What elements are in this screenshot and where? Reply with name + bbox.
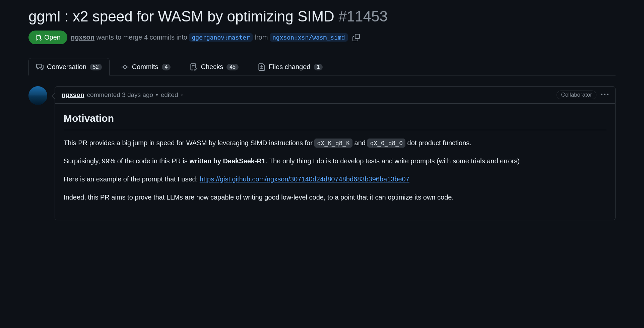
tab-count: 1 — [314, 64, 323, 70]
tab-files-changed[interactable]: Files changed 1 — [250, 58, 330, 75]
triangle-down-icon — [180, 93, 184, 97]
git-pull-request-icon — [35, 34, 42, 41]
comment-box: ngxson commented 3 days ago • edited Col… — [55, 86, 616, 220]
pr-state-label: Open — [44, 34, 61, 41]
pr-merge-meta: ngxson wants to merge 4 commits into gge… — [71, 34, 348, 41]
comment-body: Motivation This PR provides a big jump i… — [55, 104, 615, 220]
inline-code: qX_0_q8_0 — [367, 139, 405, 148]
paragraph: Surprisingly, 99% of the code in this PR… — [64, 156, 606, 166]
edited-indicator[interactable]: edited — [161, 91, 184, 99]
pr-state-badge: Open — [28, 31, 67, 44]
pr-title-text: ggml : x2 speed for WASM by optimizing S… — [28, 8, 334, 24]
avatar[interactable] — [28, 86, 47, 105]
pr-author-link[interactable]: ngxson — [71, 34, 94, 41]
dot-separator: • — [156, 91, 158, 99]
bold-text: written by DeekSeek-R1 — [189, 157, 265, 165]
pr-tabs: Conversation 52 Commits 4 Checks 45 File… — [28, 58, 616, 75]
pr-number: #11453 — [338, 8, 388, 24]
comment-author-link[interactable]: ngxson — [62, 91, 84, 99]
comment-timestamp[interactable]: commented 3 days ago — [87, 91, 153, 99]
tab-commits[interactable]: Commits 4 — [114, 58, 179, 75]
tab-label: Commits — [132, 63, 158, 71]
role-badge: Collaborator — [557, 91, 596, 99]
tab-checks[interactable]: Checks 45 — [182, 58, 246, 75]
tab-label: Files changed — [269, 63, 311, 71]
gist-link[interactable]: https://gist.github.com/ngxson/307140d24… — [200, 175, 409, 183]
paragraph: Indeed, this PR aims to prove that LLMs … — [64, 192, 606, 203]
comment-menu-button[interactable] — [601, 91, 608, 99]
copy-branch-button[interactable] — [351, 33, 361, 43]
tab-count: 52 — [90, 64, 102, 70]
copy-icon — [352, 34, 360, 41]
git-commit-icon — [121, 63, 129, 71]
tab-label: Checks — [201, 63, 223, 71]
checklist-icon — [190, 63, 197, 71]
kebab-horizontal-icon — [601, 91, 608, 98]
paragraph: Here is an example of the prompt that I … — [64, 174, 606, 184]
head-branch-chip[interactable]: ngxson:xsn/wasm_simd — [270, 33, 348, 42]
tab-label: Conversation — [47, 63, 86, 71]
inline-code: qX_K_q8_K — [314, 139, 352, 148]
pr-title: ggml : x2 speed for WASM by optimizing S… — [28, 7, 616, 26]
tab-count: 4 — [162, 64, 171, 70]
tab-count: 45 — [227, 64, 239, 70]
file-diff-icon — [258, 63, 265, 71]
comment-discussion-icon — [36, 63, 44, 71]
tab-conversation[interactable]: Conversation 52 — [28, 58, 110, 75]
base-branch-chip[interactable]: ggerganov:master — [189, 33, 252, 42]
section-heading: Motivation — [64, 110, 606, 130]
paragraph: This PR provides a big jump in speed for… — [64, 138, 606, 148]
